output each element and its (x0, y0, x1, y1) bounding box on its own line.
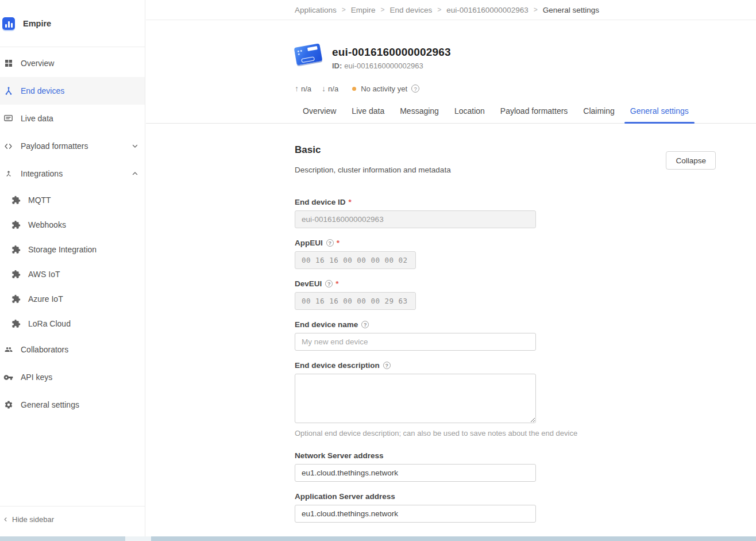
integrations-icon (3, 169, 14, 178)
chevron-down-icon (132, 143, 138, 149)
activity-dot-icon (352, 87, 356, 91)
breadcrumb-applications[interactable]: Applications (295, 6, 337, 14)
breadcrumb-end-devices[interactable]: End devices (390, 6, 433, 14)
breadcrumb-separator: > (534, 6, 538, 14)
sidebar-item-payload-formatters[interactable]: Payload formatters (0, 132, 145, 160)
help-icon[interactable] (325, 280, 333, 287)
breadcrumb-device[interactable]: eui-0016160000002963 (446, 6, 529, 14)
live-data-icon (3, 114, 14, 123)
puzzle-icon (10, 245, 21, 254)
help-icon[interactable] (411, 85, 419, 93)
sidebar-item-label: Overview (21, 59, 54, 68)
sidebar-item-label: Collaborators (21, 345, 68, 354)
device-title: eui-0016160000002963 (332, 41, 451, 59)
main-area: Applications > Empire > End devices > eu… (146, 0, 756, 541)
required-marker: * (335, 279, 338, 288)
end-device-id-field: End device ID * (295, 198, 716, 228)
chevron-up-icon (132, 170, 138, 177)
end-device-id-input (295, 210, 536, 228)
sidebar-item-aws-iot[interactable]: AWS IoT (0, 262, 145, 286)
end-device-description-field: End device description Optional end devi… (295, 361, 716, 438)
puzzle-icon (10, 270, 21, 279)
sidebar: Empire Overview End devices Live data P (0, 0, 145, 541)
app-eui-label: AppEUI * (295, 239, 716, 247)
sidebar-item-label: General settings (21, 400, 79, 409)
scrollbar-thumb[interactable] (151, 536, 756, 541)
help-icon[interactable] (383, 362, 391, 369)
gear-icon (3, 400, 14, 409)
required-marker: * (349, 198, 352, 206)
sidebar-item-integrations[interactable]: Integrations (0, 160, 145, 187)
tab-payload-formatters[interactable]: Payload formatters (500, 106, 568, 123)
breadcrumb-separator: > (437, 6, 441, 14)
sidebar-item-live-data[interactable]: Live data (0, 105, 145, 132)
breadcrumb-application[interactable]: Empire (351, 6, 376, 14)
collapse-left-icon (2, 516, 9, 523)
dev-eui-field: DevEUI * (295, 279, 716, 310)
sidebar-item-azure-iot[interactable]: Azure IoT (0, 286, 145, 311)
header-bar: Applications > Empire > End devices > eu… (146, 0, 756, 20)
sidebar-item-api-keys[interactable]: API keys (0, 363, 145, 391)
puzzle-icon (10, 319, 21, 328)
section-subtitle: Description, cluster information and met… (295, 166, 716, 174)
tab-general-settings[interactable]: General settings (630, 106, 689, 123)
sidebar-item-label: AWS IoT (28, 270, 60, 279)
sidebar-item-label: Storage Integration (28, 245, 97, 254)
sidebar-item-end-devices[interactable]: End devices (0, 77, 145, 105)
sidebar-item-label: End devices (21, 86, 64, 95)
sidebar-item-label: API keys (21, 373, 52, 382)
sidebar-item-lora-cloud[interactable]: LoRa Cloud (0, 311, 145, 336)
device-id-value: eui-0016160000002963 (344, 62, 423, 70)
tab-live-data[interactable]: Live data (352, 106, 384, 123)
breadcrumb-separator: > (381, 6, 385, 14)
application-server-input[interactable] (295, 505, 536, 523)
device-icon (295, 41, 322, 68)
sidebar-item-storage-integration[interactable]: Storage Integration (0, 237, 145, 262)
sidebar-nav: Overview End devices Live data Payload f… (0, 47, 145, 419)
app-eui-input (295, 251, 416, 269)
device-tabs: Overview Live data Messaging Location Pa… (146, 106, 756, 124)
sidebar-item-label: MQTT (28, 195, 51, 205)
tab-location[interactable]: Location (454, 106, 485, 123)
tab-overview[interactable]: Overview (303, 106, 336, 123)
uplink-value: n/a (301, 85, 311, 93)
application-server-label: Application Server address (295, 492, 716, 501)
end-device-name-field: End device name (295, 320, 716, 351)
collapse-button[interactable]: Collapse (666, 151, 716, 170)
app-eui-field: AppEUI * (295, 239, 716, 269)
sidebar-item-collaborators[interactable]: Collaborators (0, 336, 145, 363)
puzzle-icon (10, 220, 21, 229)
horizontal-scrollbar[interactable] (0, 536, 756, 541)
network-server-label: Network Server address (295, 451, 716, 460)
help-icon[interactable] (326, 239, 334, 247)
sidebar-item-general-settings[interactable]: General settings (0, 391, 145, 419)
application-server-field: Application Server address (295, 492, 716, 523)
collaborators-icon (3, 346, 14, 354)
app-header[interactable]: Empire (0, 0, 145, 47)
sidebar-item-webhooks[interactable]: Webhooks (0, 212, 145, 237)
end-device-description-input[interactable] (295, 374, 536, 423)
tab-claiming[interactable]: Claiming (583, 106, 614, 123)
hide-sidebar-button[interactable]: Hide sidebar (0, 506, 145, 532)
end-device-name-input[interactable] (295, 333, 536, 351)
key-icon (3, 373, 14, 382)
downlink-stat: ↓ n/a (322, 84, 338, 93)
help-icon[interactable] (361, 321, 369, 328)
device-id: ID:eui-0016160000002963 (332, 62, 451, 70)
basic-form: End device ID * AppEUI * DevEUI (295, 198, 716, 523)
sidebar-item-label: Live data (21, 114, 53, 123)
breadcrumb-current: General settings (543, 6, 599, 14)
tab-messaging[interactable]: Messaging (400, 106, 439, 123)
section-title: Basic (295, 144, 716, 156)
device-status-row: ↑ n/a ↓ n/a No activity yet (295, 84, 716, 93)
sidebar-item-label: Payload formatters (21, 141, 88, 151)
network-server-input[interactable] (295, 464, 536, 482)
dev-eui-label: DevEUI * (295, 279, 716, 288)
scrollbar-gap (125, 536, 151, 541)
sidebar-item-overview[interactable]: Overview (0, 49, 145, 77)
breadcrumb-separator: > (342, 6, 346, 14)
downlink-arrow-icon: ↓ (322, 84, 326, 93)
sidebar-item-mqtt[interactable]: MQTT (0, 187, 145, 212)
sidebar-item-label: Webhooks (28, 220, 66, 229)
end-devices-icon (3, 86, 14, 95)
